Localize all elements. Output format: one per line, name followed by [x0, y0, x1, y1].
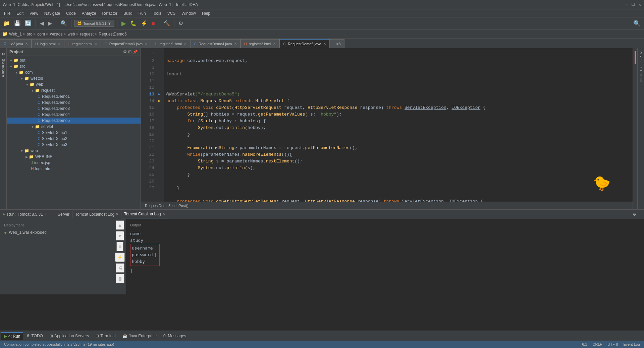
tab-requestdemo4[interactable]: C RequestDemo4.java ✕ — [190, 39, 240, 48]
bottom-tab-run[interactable]: ▶ 4: Run — [1, 332, 23, 340]
bottom-tab-terminal[interactable]: ⊟ Terminal — [93, 332, 118, 340]
build-btn[interactable]: 🔨 — [162, 19, 171, 27]
editor-content[interactable]: 1 2 3 10 11 12 13 14 15 16 17 18 19 20 2… — [141, 48, 637, 202]
stop-btn[interactable]: ■ — [150, 20, 156, 27]
window-controls[interactable]: ─ □ ✕ — [625, 2, 641, 7]
close-tab-register[interactable]: ✕ — [95, 42, 97, 46]
menu-file[interactable]: File — [1, 10, 13, 16]
sidebar-pin-icon[interactable]: 📌 — [133, 50, 138, 54]
run-with-coverage-btn[interactable]: ⚡ — [140, 19, 149, 27]
tab-requestdemo5[interactable]: C RequestDemo5.java ✕ — [279, 39, 330, 48]
editor-scrollbar[interactable] — [633, 48, 637, 209]
menu-help[interactable]: Help — [199, 10, 213, 16]
minimize-button[interactable]: ─ — [625, 2, 628, 7]
breadcrumb-class[interactable]: RequestDemo5 — [145, 204, 170, 208]
breadcrumb-src[interactable]: src — [27, 32, 32, 37]
status-encoding[interactable]: UTF-8 — [607, 342, 618, 346]
maximize-button[interactable]: □ — [632, 2, 634, 7]
close-tab-rd4[interactable]: ✕ — [234, 42, 237, 46]
close-tab-reg2[interactable]: ✕ — [273, 42, 276, 46]
tab-more[interactable]: ...=3 — [330, 39, 344, 48]
breadcrumb-web[interactable]: web — [68, 32, 75, 37]
tree-item-com[interactable]: ▼ 📁 com — [7, 69, 141, 75]
tree-item-rd5[interactable]: C RequestDemo5 — [7, 118, 141, 124]
tomcat-selector[interactable]: 🐱 Tomcat 8.5.31 ▼ — [74, 20, 114, 27]
breadcrumb-web1[interactable]: Web_1 — [9, 32, 22, 37]
run-settings-icon[interactable]: ⚙ — [633, 211, 636, 217]
bottom-tab-javaee[interactable]: ☕ Java Enterprise — [120, 332, 159, 340]
close-button[interactable]: ✕ — [639, 2, 641, 7]
close-catalina-tab[interactable]: ✕ — [162, 212, 165, 216]
print-btn[interactable]: 🖨 — [116, 263, 124, 273]
breadcrumb-requestdemo5[interactable]: RequestDemo5 — [99, 32, 126, 37]
menu-view[interactable]: View — [27, 10, 41, 16]
code-content[interactable]: package com.westos.web.request; import .… — [164, 48, 633, 202]
toolbar-save-btn[interactable]: 💾 — [13, 19, 22, 27]
tree-item-rd3[interactable]: C RequestDemo3 — [7, 106, 141, 112]
toolbar-forward-btn[interactable]: ▶ — [47, 19, 53, 27]
database-tab[interactable]: Database — [638, 64, 643, 84]
run-minimize-icon[interactable]: ─ — [639, 211, 641, 217]
search-everywhere-btn[interactable]: 🔍 — [632, 19, 642, 28]
toolbar-search-btn[interactable]: 🔍 — [59, 19, 68, 27]
clear-btn[interactable]: 🗑 — [116, 274, 124, 283]
tab-register2[interactable]: H register2.html ✕ — [240, 39, 280, 48]
menu-navigate[interactable]: Navigate — [42, 10, 63, 16]
debug-btn[interactable]: 🐛 — [129, 19, 138, 27]
tree-item-webinf[interactable]: ▶ 📁 WEB-INF — [7, 154, 141, 160]
tree-item-web[interactable]: ▼ 📁 web — [7, 81, 141, 87]
scroll-up-btn[interactable]: ▲ — [116, 220, 124, 230]
bottom-tab-appservers[interactable]: ⊞ Application Servers — [47, 332, 92, 340]
tab-register-html[interactable]: H register.html ✕ — [64, 39, 101, 48]
tab-register1[interactable]: H register1.html ✕ — [151, 39, 190, 48]
close-tab-rd5[interactable]: ✕ — [323, 42, 326, 46]
run-tab-catalina[interactable]: Tomcat Catalina Log ✕ — [121, 210, 167, 218]
bottom-tab-messages[interactable]: 0: Messages — [161, 332, 189, 340]
status-position[interactable]: 6:1 — [582, 342, 587, 346]
tree-item-web2[interactable]: ▼ 📁 web — [7, 148, 141, 154]
menu-analyze[interactable]: Analyze — [79, 10, 99, 16]
tree-item-rd2[interactable]: C RequestDemo2 — [7, 99, 141, 106]
close-localhost-tab[interactable]: ✕ — [116, 212, 118, 216]
toolbar-back-btn[interactable]: ◀ — [39, 19, 45, 27]
tree-item-rd1[interactable]: C RequestDemo1 — [7, 93, 141, 99]
tree-item-sd1[interactable]: C ServletDemo1 — [7, 130, 141, 136]
sidebar-settings-icon[interactable]: ⚙ — [123, 50, 127, 54]
tree-item-src[interactable]: ▼ 📁 src — [7, 63, 141, 69]
tree-item-out[interactable]: ▼ 📁 out — [7, 57, 141, 63]
tree-item-westos[interactable]: ▼ 📁 westos — [7, 75, 141, 81]
breadcrumb-method[interactable]: doPost() — [174, 204, 189, 208]
status-line-ending[interactable]: CRLF — [593, 342, 602, 346]
scroll-down-btn[interactable]: ▼ — [116, 231, 124, 240]
close-tab-reg1[interactable]: ✕ — [184, 42, 186, 46]
menu-refactor[interactable]: Refactor — [100, 10, 120, 16]
menu-tools[interactable]: Tools — [149, 10, 164, 16]
tree-item-indexjsp[interactable]: J index.jsp — [7, 160, 141, 166]
tree-item-sd3[interactable]: C ServletDemo3 — [7, 142, 141, 148]
maven-tab[interactable]: Maven — [638, 50, 643, 64]
close-tab-rd3[interactable]: ✕ — [145, 42, 147, 46]
run-btn[interactable]: ▶ — [120, 19, 127, 28]
tree-item-loginhtml[interactable]: H login.html — [7, 166, 141, 172]
toolbar-project-btn[interactable]: 📁 — [2, 19, 11, 27]
structure-tab[interactable]: 2: Structure — [1, 51, 6, 79]
menu-window[interactable]: Window — [179, 10, 199, 16]
tree-item-servlet[interactable]: ▼ 📁 servlet — [7, 124, 141, 130]
tree-item-sd2[interactable]: C ServletDemo2 — [7, 136, 141, 142]
close-tab-o3java[interactable]: ✕ — [25, 42, 28, 46]
deploy-item[interactable]: ● Web_1:war exploded — [4, 230, 110, 235]
tab-login-html[interactable]: H login.html ✕ — [32, 39, 64, 48]
menu-vcs[interactable]: VCS — [165, 10, 178, 16]
menu-edit[interactable]: Edit — [14, 10, 26, 16]
tree-item-request[interactable]: ▼ 📁 request — [7, 87, 141, 93]
settings-btn[interactable]: ⚙ — [177, 19, 184, 27]
breadcrumb-westos[interactable]: westos — [50, 32, 62, 37]
toolbar-sync-btn[interactable]: 🔄 — [23, 19, 33, 27]
menu-code[interactable]: Code — [63, 10, 78, 16]
breadcrumb-request[interactable]: request — [80, 32, 94, 37]
run-tab-server[interactable]: Server — [55, 211, 72, 218]
wrap-btn[interactable]: ≡ — [116, 242, 123, 251]
tab-requestdemo3[interactable]: C RequestDemo3.java ✕ — [101, 39, 151, 48]
menu-run[interactable]: Run — [136, 10, 149, 16]
event-log-btn[interactable]: Event Log — [623, 342, 640, 346]
